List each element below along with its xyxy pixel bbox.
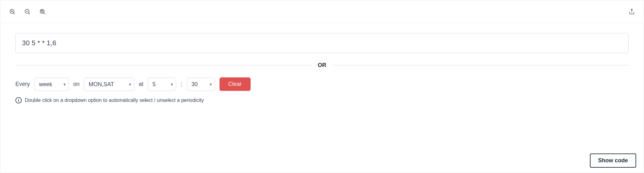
or-label: OR xyxy=(312,62,333,69)
cron-input-wrapper[interactable] xyxy=(15,33,629,53)
or-divider: OR xyxy=(15,62,629,69)
every-label: Every xyxy=(15,81,30,87)
hint-row: i Double click on a dropdown option to a… xyxy=(15,97,629,103)
days-select[interactable]: MON,SAT MON TUE WED THU FRI SAT SUN xyxy=(84,78,134,91)
cron-expression-input[interactable] xyxy=(22,39,622,47)
toolbar-left xyxy=(8,7,47,16)
hour-select[interactable]: 5 01234 678910 1112131415 1617181920 212… xyxy=(148,78,176,91)
days-select-wrapper: MON,SAT MON TUE WED THU FRI SAT SUN ▾ xyxy=(84,78,134,91)
info-icon: i xyxy=(15,97,22,103)
controls-row: Every week minute hour day month year ▾ … xyxy=(15,77,629,91)
toolbar xyxy=(0,0,644,23)
minute-select-wrapper: 30 05101520 2535404550 55 ▾ xyxy=(187,78,215,91)
clear-button[interactable]: Clear xyxy=(219,77,251,91)
week-select-wrapper: week minute hour day month year ▾ xyxy=(34,78,69,91)
zoom-out-icon[interactable] xyxy=(23,7,32,16)
main-container: OR Every week minute hour day month year… xyxy=(0,0,644,173)
on-label: on xyxy=(73,81,80,87)
hint-text: Double click on a dropdown option to aut… xyxy=(25,98,204,103)
svg-line-5 xyxy=(28,13,30,14)
zoom-in-icon[interactable] xyxy=(8,7,17,16)
hour-select-wrapper: 5 01234 678910 1112131415 1617181920 212… xyxy=(148,78,176,91)
share-icon[interactable] xyxy=(627,7,636,16)
svg-line-8 xyxy=(43,13,45,14)
colon-separator: : xyxy=(180,81,182,88)
period-select[interactable]: week minute hour day month year xyxy=(34,78,69,91)
zoom-reset-icon[interactable] xyxy=(38,7,47,16)
show-code-button[interactable]: Show code xyxy=(590,153,636,168)
content: OR Every week minute hour day month year… xyxy=(0,23,644,173)
at-label: at xyxy=(139,81,143,87)
svg-line-1 xyxy=(13,13,15,14)
minute-select[interactable]: 30 05101520 2535404550 55 xyxy=(187,78,215,91)
